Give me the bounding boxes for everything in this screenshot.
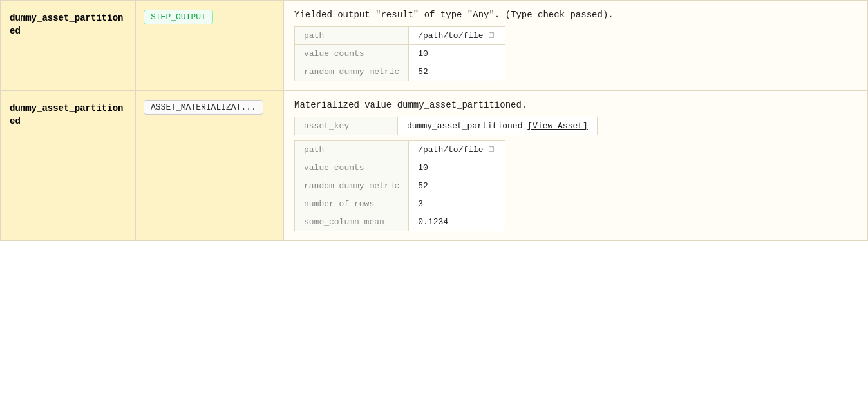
meta-value: 0.1234 <box>409 213 505 231</box>
detail-message: Yielded output "result" of type "Any". (… <box>294 10 857 20</box>
view-asset-link[interactable]: [View Asset] <box>527 121 588 131</box>
meta-table: asset_keydummy_asset_partitioned [View A… <box>294 117 598 135</box>
path-link[interactable]: /path/to/file <box>418 31 483 41</box>
copy-icon[interactable]: 🗒 <box>487 31 496 41</box>
meta-row: asset_keydummy_asset_partitioned [View A… <box>295 117 598 135</box>
meta-key: random_dummy_metric <box>295 63 409 81</box>
meta-row: some_column mean0.1234 <box>295 213 505 231</box>
table-row: dummy_asset_partitionedSTEP_OUTPUTYielde… <box>1 1 868 91</box>
details-cell: Materialized value dummy_asset_partition… <box>284 91 868 241</box>
meta-key: path <box>295 141 409 159</box>
meta-key: random_dummy_metric <box>295 177 409 195</box>
meta-row: random_dummy_metric52 <box>295 63 505 81</box>
events-table: dummy_asset_partitionedSTEP_OUTPUTYielde… <box>0 0 868 241</box>
meta-row: value_counts10 <box>295 45 505 63</box>
meta-value: 3 <box>409 195 505 213</box>
asset-name: dummy_asset_partitioned <box>10 103 123 126</box>
meta-table: path/path/to/file 🗒value_counts10random_… <box>294 140 505 231</box>
meta-key: some_column mean <box>295 213 409 231</box>
meta-value: /path/to/file 🗒 <box>409 27 505 45</box>
meta-key: number of rows <box>295 195 409 213</box>
meta-key: value_counts <box>295 45 409 63</box>
meta-value: dummy_asset_partitioned [View Asset] <box>398 117 598 135</box>
copy-icon[interactable]: 🗒 <box>487 145 496 155</box>
table-row: dummy_asset_partitionedASSET_MATERIALIZA… <box>1 91 868 241</box>
meta-row: path/path/to/file 🗒 <box>295 141 505 159</box>
details-cell: Yielded output "result" of type "Any". (… <box>284 1 868 91</box>
meta-value: 52 <box>409 63 505 81</box>
asset-name-cell: dummy_asset_partitioned <box>1 1 136 91</box>
event-type-cell: STEP_OUTPUT <box>136 1 284 91</box>
meta-key: asset_key <box>295 117 398 135</box>
meta-row: random_dummy_metric52 <box>295 177 505 195</box>
asset-name-cell: dummy_asset_partitioned <box>1 91 136 241</box>
meta-value: /path/to/file 🗒 <box>409 141 505 159</box>
path-link[interactable]: /path/to/file <box>418 145 483 155</box>
event-badge: ASSET_MATERIALIZAT... <box>144 100 263 115</box>
meta-row: path/path/to/file 🗒 <box>295 27 505 45</box>
event-badge: STEP_OUTPUT <box>144 10 213 24</box>
meta-row: number of rows3 <box>295 195 505 213</box>
meta-row: value_counts10 <box>295 159 505 177</box>
meta-table: path/path/to/file 🗒value_counts10random_… <box>294 26 505 81</box>
meta-value: 52 <box>409 177 505 195</box>
meta-value: 10 <box>409 159 505 177</box>
asset-name: dummy_asset_partitioned <box>10 13 123 36</box>
meta-key: path <box>295 27 409 45</box>
event-type-cell: ASSET_MATERIALIZAT... <box>136 91 284 241</box>
detail-message: Materialized value dummy_asset_partition… <box>294 100 857 110</box>
meta-key: value_counts <box>295 159 409 177</box>
meta-value: 10 <box>409 45 505 63</box>
